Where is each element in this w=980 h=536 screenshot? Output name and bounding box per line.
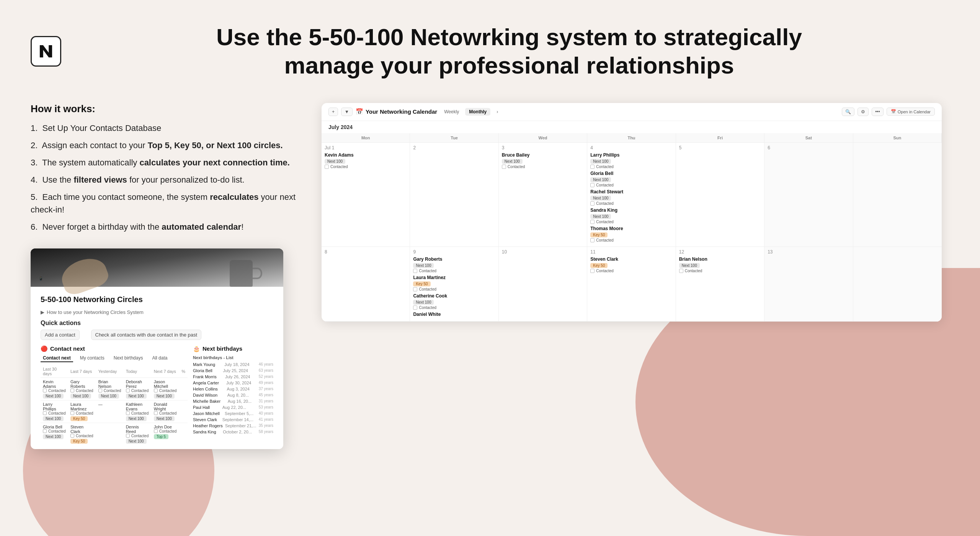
contact-tag: Next 100 [126,394,147,399]
quick-actions-title: Quick actions [41,320,273,327]
day-header-sat: Sat [764,133,853,143]
search-btn[interactable]: 🔍 [842,108,854,116]
notion-logo-svg [36,41,56,61]
cal-day-6: 6 [764,143,853,247]
screenshot-container: 📱 5-50-100 Networking Circles ▶ How to u… [31,248,283,449]
cal-event: Daniel White [413,312,495,317]
event-tag: Next 100 [502,159,523,164]
open-in-calendar-btn[interactable]: 📅 Open in Calendar [887,108,935,116]
event-tag: Next 100 [590,159,611,164]
contact-name: Larry Phillips [43,402,66,411]
bday-row: David WilsonAug 8, 20...45 years [193,393,273,397]
add-contact-btn[interactable]: Add a contact [41,330,80,340]
tab-more[interactable]: › [493,108,502,116]
bottom-sections: 🔴 Contact next Contact next My contacts … [41,345,273,445]
contact-tag: Top 5 [154,434,168,439]
bday-row: Frank MorrisJuly 26, 202452 years [193,374,273,379]
calendar-toolbar: + ▼ 📅 Your Networking Calendar Weekly Mo… [322,103,942,121]
contact-name: Gloria Bell [43,425,66,429]
bday-row: Sandra KingOctober 2, 20...58 years [193,430,273,434]
tab-contact-next[interactable]: Contact next [41,355,73,362]
col-next7: Next 7 days [152,365,179,378]
contact-tag: Next 100 [43,416,64,421]
page-wrapper: Use the 5-50-100 Netowrking system to st… [0,0,980,472]
settings-btn[interactable]: ⚙ [858,108,869,116]
content-area: How it works: 1. Set Up Your Contacts Da… [31,103,942,449]
cal-event: Steven Clark Key 50 Contacted [590,257,672,273]
filter-btn[interactable]: ▼ [341,108,353,116]
notion-breadcrumb: ▶ How to use your Networking Circles Sys… [41,309,273,315]
step-4: 4. Use the filtered views for your perso… [31,173,299,186]
tab-monthly[interactable]: Monthly [465,108,490,116]
check-contacts-btn[interactable]: Check all contacts with due contact in t… [91,330,202,340]
col-yesterday: Yesterday [96,365,124,378]
contact-tag: Next 100 [43,434,64,439]
event-tag: Next 100 [413,300,434,305]
tab-all-data[interactable]: All data [150,355,170,362]
bday-row: Michelle BakerAug 16, 20...31 years [193,399,273,404]
cal-day-empty2 [853,247,942,322]
notion-screen-title: 5-50-100 Networking Circles [41,295,273,304]
cal-day-5: 5 [676,143,764,247]
cal-event: Sandra King Next 100 Contacted [590,208,672,224]
bday-row: Mark YoungJuly 18, 202446 years [193,362,273,367]
how-it-works-title: How it works: [31,103,299,115]
cal-day-12: 12 Brian Nelson Next 100 Contacted [676,247,764,322]
cal-event: Laura Martinez Key 50 Contacted [413,275,495,291]
contact-next-title: 🔴 Contact next [41,345,85,352]
bday-row: Gloria BellJuly 25, 202463 years [193,368,273,373]
contact-name: Laura Martinez [70,402,94,411]
day-header-wed: Wed [499,133,587,143]
cal-day-jul1: Jul 1 Kevin Adams Next 100 Contacted [322,143,410,247]
step-1: 1. Set Up Your Contacts Database [31,122,299,134]
cal-day-empty [853,143,942,247]
event-tag: Next 100 [413,263,434,268]
contact-name: Brian Nelson [98,379,121,389]
quick-actions-row: Add a contact Check all contacts with du… [41,330,273,340]
cal-event: Gloria Bell Next 100 Contacted [590,171,672,187]
notion-screen: 5-50-100 Networking Circles ▶ How to use… [31,287,283,449]
contact-name: John Doe [154,425,177,429]
notion-logo [31,36,61,67]
screenshot-top-image: 📱 [31,248,283,287]
contact-name: Steven Clark [70,425,94,434]
bday-row: Angela CarterJuly 30, 202449 years [193,381,273,385]
next-birthdays-title: 🎂 Next birthdays [193,345,273,352]
contact-name: Dennis Reed [126,425,149,434]
step-5: 5. Each time you contact someone, the sy… [31,191,299,216]
cal-event: Kevin Adams Next 100 Contacted [325,152,407,169]
tab-next-birthdays[interactable]: Next birthdays [111,355,145,362]
left-panel: How it works: 1. Set Up Your Contacts Da… [31,103,299,449]
contact-tag: Next 100 [154,394,175,399]
how-it-works-list: 1. Set Up Your Contacts Database 2. Assi… [31,122,299,233]
add-btn[interactable]: + [328,108,338,116]
contact-name: Kevin Adams [43,379,66,389]
step-6: 6. Never forget a birthday with the auto… [31,221,299,233]
birthdays-list: Mark YoungJuly 18, 202446 years Gloria B… [193,362,273,434]
cal-toolbar-right: 🔍 ⚙ ••• 📅 Open in Calendar [842,108,935,116]
col-today: Today [124,365,152,378]
table-row: Kevin Adams Contacted Next 100 Gary Robe… [41,377,188,400]
cal-event: Thomas Moore Key 50 Contacted [590,226,672,242]
col-last7: Last 7 days [68,365,96,378]
day-header-mon: Mon [322,133,410,143]
more-btn[interactable]: ••• [872,108,884,116]
calendar-month-title: July 2024 [322,121,942,133]
birthdays-list-label: Next birthdays - List [193,355,273,360]
table-row: Gloria Bell Contacted Next 100 Steven Cl… [41,423,188,445]
table-row: Larry Phillips Contacted Next 100 Laura … [41,400,188,423]
event-tag: Key 50 [590,232,608,237]
cal-day-10: 10 [499,247,587,322]
bday-row: Paul HallAug 22, 20...53 years [193,405,273,410]
tab-weekly[interactable]: Weekly [440,108,463,116]
cal-event: Bruce Bailey Next 100 Contacted [502,152,584,169]
contact-tag: Key 50 [70,439,88,444]
contact-name: Kathleen Evans [126,402,149,411]
contact-tag: Key 50 [70,416,88,421]
cal-week-2: 8 9 Gary Roberts Next 100 Contacted [322,247,942,322]
bday-row: Jason MitchellSeptember 5,...40 years [193,411,273,416]
view-tabs: Weekly Monthly › [440,108,502,116]
bday-row: Helen CollinsAug 3, 202437 years [193,387,273,391]
event-tag: Next 100 [679,263,700,268]
tab-my-contacts[interactable]: My contacts [78,355,107,362]
